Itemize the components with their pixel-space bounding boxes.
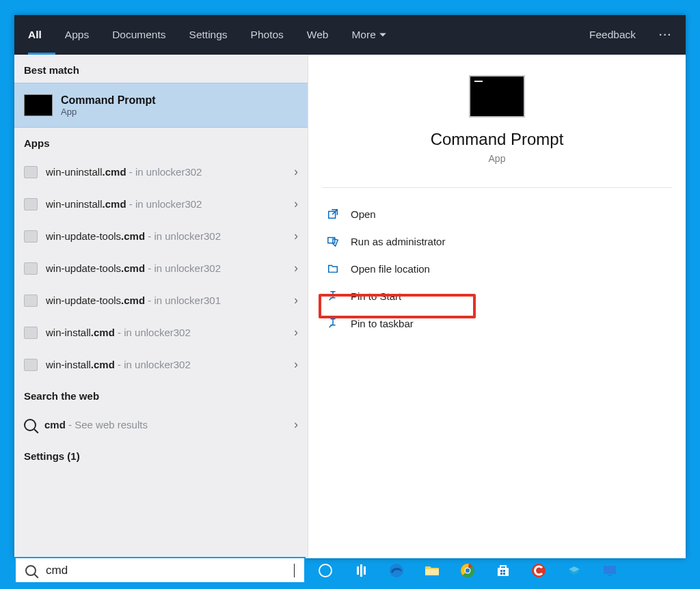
- action-pinstart-label: Pin to Start: [351, 290, 401, 302]
- tab-web[interactable]: Web: [306, 15, 330, 55]
- action-open[interactable]: Open: [322, 200, 672, 228]
- taskbar-ccleaner[interactable]: [522, 556, 555, 584]
- svg-rect-9: [500, 570, 502, 572]
- tab-documents[interactable]: Documents: [111, 15, 167, 55]
- section-apps: Apps: [14, 128, 308, 156]
- result-location: - in unlocker302: [148, 230, 221, 242]
- action-pintask-label: Pin to taskbar: [351, 318, 414, 329]
- taskbar-taskview[interactable]: [345, 556, 377, 584]
- search-panel: All Apps Documents Settings Photos Web M…: [14, 15, 686, 558]
- result-location: - in unlocker302: [118, 327, 191, 338]
- taskbar-app-stack[interactable]: [558, 556, 591, 584]
- web-result-row[interactable]: cmd - See web results ›: [14, 409, 308, 441]
- web-hint: - See web results: [68, 419, 148, 430]
- tab-photos[interactable]: Photos: [250, 15, 285, 55]
- result-name: win-uninstall.cmd - in unlocker302: [46, 166, 202, 178]
- svg-rect-12: [503, 573, 505, 575]
- pin-icon: [326, 316, 340, 330]
- section-best-match: Best match: [14, 55, 308, 83]
- search-icon: [25, 565, 36, 576]
- cmd-file-icon: [24, 230, 38, 243]
- taskbar-edge[interactable]: [380, 556, 413, 584]
- action-pin-taskbar[interactable]: Pin to taskbar: [322, 310, 672, 337]
- open-icon: [326, 207, 340, 221]
- result-location: - in unlocker302: [129, 166, 202, 178]
- folder-icon: [326, 262, 340, 275]
- taskbar-app-monitor[interactable]: [593, 556, 626, 584]
- app-result-row[interactable]: win-update-tools.cmd - in unlocker302›: [14, 220, 308, 252]
- action-fileloc-label: Open file location: [351, 263, 430, 275]
- result-name: win-update-tools.cmd - in unlocker302: [46, 262, 221, 274]
- options-menu[interactable]: ···: [658, 15, 673, 55]
- search-tabs: All Apps Documents Settings Photos Web M…: [14, 15, 686, 55]
- best-match-title: Command Prompt: [61, 94, 156, 107]
- result-location: - in unlocker302: [129, 198, 202, 210]
- app-result-row[interactable]: win-uninstall.cmd - in unlocker302›: [14, 188, 308, 220]
- folder-icon: [424, 562, 440, 579]
- action-open-file-location[interactable]: Open file location: [322, 255, 672, 282]
- search-input-value: cmd: [46, 564, 284, 577]
- tab-settings[interactable]: Settings: [188, 15, 229, 55]
- svg-rect-14: [604, 566, 616, 574]
- taskbar-chrome[interactable]: [451, 556, 484, 584]
- chevron-right-icon: ›: [294, 293, 298, 307]
- preview-type: App: [322, 153, 672, 164]
- preview-icon: [469, 75, 525, 118]
- svg-rect-11: [500, 573, 502, 575]
- ccleaner-icon: [530, 562, 547, 579]
- app-result-row[interactable]: win-uninstall.cmd - in unlocker302›: [14, 156, 308, 188]
- tab-all[interactable]: All: [27, 15, 43, 55]
- best-match-type: App: [61, 107, 156, 117]
- chevron-right-icon: ›: [294, 357, 298, 372]
- best-match-row[interactable]: Command Prompt App: [14, 83, 308, 128]
- result-location: - in unlocker302: [118, 359, 191, 370]
- result-name: win-install.cmd - in unlocker302: [46, 359, 191, 370]
- taskbar-store[interactable]: [487, 556, 520, 584]
- cmd-file-icon: [24, 294, 38, 307]
- cmd-file-icon: [24, 166, 38, 178]
- app-result-row[interactable]: win-update-tools.cmd - in unlocker302›: [14, 252, 308, 284]
- tab-apps[interactable]: Apps: [64, 15, 90, 55]
- cmd-file-icon: [24, 327, 38, 339]
- result-name: win-uninstall.cmd - in unlocker302: [46, 198, 202, 210]
- section-web: Search the web: [14, 381, 308, 409]
- chevron-right-icon: ›: [294, 261, 298, 275]
- search-icon: [24, 419, 36, 431]
- cmd-file-icon: [24, 198, 38, 210]
- chevron-right-icon: ›: [294, 325, 298, 340]
- svg-rect-10: [503, 570, 505, 572]
- feedback-link[interactable]: Feedback: [588, 15, 637, 55]
- results-pane: Best match Command Prompt App Apps win-u…: [14, 55, 308, 558]
- chevron-down-icon: [379, 31, 387, 39]
- result-name: win-update-tools.cmd - in unlocker301: [46, 294, 221, 306]
- svg-point-8: [466, 568, 470, 572]
- action-pin-start[interactable]: Pin to Start: [322, 282, 672, 310]
- result-name: win-install.cmd - in unlocker302: [46, 327, 191, 338]
- cmd-file-icon: [24, 262, 38, 275]
- action-run-admin[interactable]: Run as administrator: [322, 228, 672, 255]
- app-result-row[interactable]: win-install.cmd - in unlocker302›: [14, 348, 308, 381]
- monitor-icon: [602, 562, 618, 579]
- taskbar-cortana[interactable]: [309, 556, 342, 584]
- app-result-row[interactable]: win-install.cmd - in unlocker302›: [14, 316, 308, 348]
- taskbar-explorer[interactable]: [416, 556, 448, 584]
- chrome-icon: [459, 562, 476, 579]
- cmd-icon: [24, 94, 53, 116]
- tab-more[interactable]: More: [350, 15, 388, 55]
- result-location: - in unlocker301: [148, 294, 221, 306]
- cmd-file-icon: [24, 359, 38, 371]
- action-open-label: Open: [351, 208, 376, 220]
- search-input-bar[interactable]: cmd: [14, 557, 306, 584]
- action-admin-label: Run as administrator: [351, 236, 445, 247]
- app-result-row[interactable]: win-update-tools.cmd - in unlocker301›: [14, 284, 308, 316]
- stack-icon: [566, 562, 582, 579]
- preview-title: Command Prompt: [322, 130, 672, 149]
- store-icon: [495, 562, 511, 579]
- result-name: win-update-tools.cmd - in unlocker302: [46, 230, 221, 242]
- result-location: - in unlocker302: [148, 262, 221, 274]
- svg-rect-15: [608, 575, 612, 576]
- chevron-right-icon: ›: [294, 417, 298, 432]
- taskbar: [306, 556, 700, 584]
- svg-rect-1: [328, 238, 335, 243]
- preview-pane: Command Prompt App Open Run as administr…: [308, 55, 686, 558]
